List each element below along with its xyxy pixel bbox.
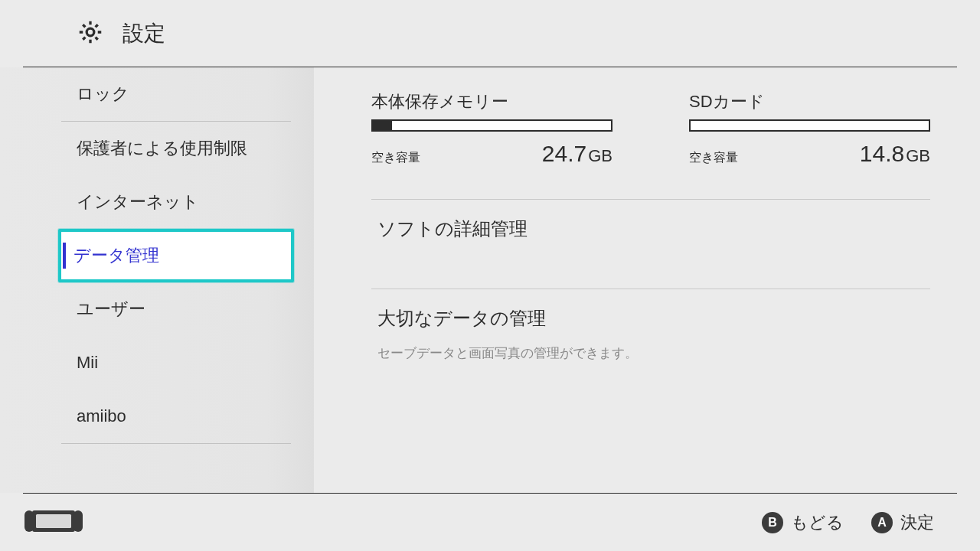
storage-bar-fill: [373, 121, 392, 130]
sidebar-item-label: ロック: [77, 83, 129, 106]
sidebar-item-label: ユーザー: [77, 298, 145, 321]
section-title: ソフトの詳細管理: [377, 217, 930, 241]
sidebar-item-label: amiibo: [77, 406, 126, 426]
free-space-value: 24.7GB: [542, 141, 612, 167]
a-button-icon: A: [871, 512, 893, 533]
storage-bar: [689, 119, 930, 132]
svg-rect-2: [24, 510, 34, 532]
storage-bar: [371, 119, 612, 132]
sidebar-item-users[interactable]: ユーザー: [61, 282, 314, 336]
ok-button[interactable]: A 決定: [871, 511, 934, 534]
storage-system[interactable]: 本体保存メモリー 空き容量 24.7GB: [371, 90, 612, 167]
page-title: 設定: [122, 19, 165, 48]
storage-title: 本体保存メモリー: [371, 90, 612, 113]
back-button[interactable]: B もどる: [762, 511, 844, 534]
software-management-link[interactable]: ソフトの詳細管理: [371, 199, 930, 289]
sidebar-item-label: Mii: [77, 353, 98, 373]
back-button-label: もどる: [791, 511, 844, 534]
footer: B もどる A 決定: [23, 493, 957, 551]
sidebar: ロック 保護者による使用制限 インターネット データ管理 ユーザー Mii am…: [0, 67, 314, 493]
storage-title: SDカード: [689, 90, 930, 113]
storage-row: 本体保存メモリー 空き容量 24.7GB SDカード 空き容量: [371, 90, 930, 199]
ok-button-label: 決定: [900, 511, 934, 534]
section-title: 大切なデータの管理: [377, 306, 930, 331]
sidebar-item-parental[interactable]: 保護者による使用制限: [61, 122, 314, 175]
free-space-label: 空き容量: [689, 150, 738, 166]
free-space-label: 空き容量: [371, 150, 420, 166]
b-button-icon: B: [762, 512, 783, 533]
free-space-value: 14.8GB: [860, 141, 930, 167]
sidebar-item-label: 保護者による使用制限: [77, 137, 247, 160]
sidebar-item-label: データ管理: [63, 243, 159, 269]
sidebar-divider: [61, 443, 291, 444]
section-description: セーブデータと画面写真の管理ができます。: [377, 344, 930, 362]
controller-icon: [23, 508, 84, 537]
svg-point-0: [87, 28, 94, 36]
gear-icon: [77, 18, 104, 49]
header: 設定: [23, 0, 957, 67]
sidebar-item-amiibo[interactable]: amiibo: [61, 390, 314, 443]
sidebar-item-data-management[interactable]: データ管理: [58, 229, 294, 282]
storage-sdcard[interactable]: SDカード 空き容量 14.8GB: [689, 90, 930, 167]
main-panel: 本体保存メモリー 空き容量 24.7GB SDカード 空き容量: [314, 67, 980, 493]
sidebar-item-lock[interactable]: ロック: [61, 67, 314, 121]
svg-rect-4: [36, 514, 71, 528]
sidebar-item-mii[interactable]: Mii: [61, 336, 314, 390]
sidebar-item-internet[interactable]: インターネット: [61, 175, 314, 229]
sidebar-item-label: インターネット: [77, 191, 199, 214]
important-data-link[interactable]: 大切なデータの管理 セーブデータと画面写真の管理ができます。: [371, 289, 930, 377]
svg-rect-3: [74, 510, 83, 532]
